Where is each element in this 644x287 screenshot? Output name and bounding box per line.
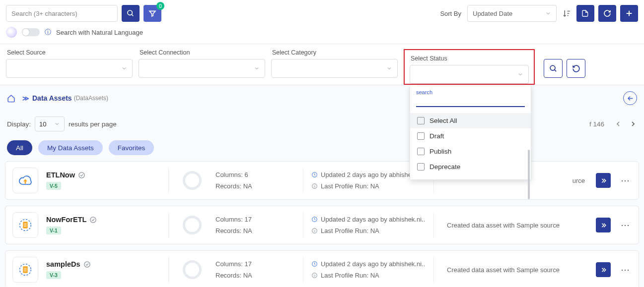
asset-card: NowForETLV-1Columns: 17Records: NAUpdate… xyxy=(5,206,639,244)
progress-ring xyxy=(183,216,202,234)
add-button[interactable] xyxy=(620,5,638,22)
status-highlight-box: Select Status search Select All Draft xyxy=(404,49,535,85)
clock-icon xyxy=(311,261,318,267)
columns-count: Columns: 6 xyxy=(215,171,295,178)
global-search-input[interactable]: Search (3+ characters) xyxy=(6,5,118,22)
breadcrumb-title[interactable]: Data Assets xyxy=(32,94,72,102)
svg-point-16 xyxy=(90,217,96,222)
select-source[interactable] xyxy=(6,59,133,78)
version-badge: V-3 xyxy=(46,271,61,279)
divider xyxy=(168,168,169,193)
sort-direction-button[interactable] xyxy=(561,7,572,19)
expand-button[interactable] xyxy=(596,262,611,277)
asset-title[interactable]: ETLNow xyxy=(46,171,75,179)
checkbox-icon xyxy=(417,117,425,124)
records-count: Records: NA xyxy=(215,182,295,190)
search-button[interactable] xyxy=(122,5,140,22)
asset-description: Created data asset with Sample source xyxy=(442,266,588,274)
svg-point-25 xyxy=(84,261,89,267)
asset-type-icon xyxy=(12,168,38,193)
clock-icon xyxy=(311,172,318,178)
svg-point-7 xyxy=(79,172,84,177)
checkbox-icon xyxy=(417,132,425,140)
rpp-label: results per page xyxy=(69,120,117,128)
checkbox-icon xyxy=(417,163,425,171)
prev-page-button[interactable] xyxy=(614,120,622,128)
asset-title[interactable]: sampleDs xyxy=(46,260,80,268)
apply-filters-button[interactable] xyxy=(544,59,563,78)
columns-count: Columns: 17 xyxy=(215,260,295,268)
verified-icon xyxy=(78,172,85,179)
more-menu-button[interactable]: ⋯ xyxy=(619,264,632,275)
tab-favorites[interactable]: Favorites xyxy=(109,140,154,155)
select-status[interactable] xyxy=(410,65,529,84)
tab-my-data-assets[interactable]: My Data Assets xyxy=(38,140,103,155)
status-option-select-all[interactable]: Select All xyxy=(410,113,531,128)
more-menu-button[interactable]: ⋯ xyxy=(619,175,632,186)
records-count: Records: NA xyxy=(215,272,295,279)
pagination-info: f 146 xyxy=(589,120,604,128)
asset-card: sampleDsV-3Columns: 17Records: NAUpdated… xyxy=(5,250,639,287)
profile-run-text: Last Profile Run: NA xyxy=(321,227,379,234)
export-button[interactable] xyxy=(576,5,594,22)
divider xyxy=(303,212,303,238)
dropdown-scrollbar[interactable] xyxy=(528,150,530,199)
profile-run-text: Last Profile Run: NA xyxy=(321,272,379,279)
status-search-input[interactable] xyxy=(416,95,525,107)
checkbox-icon xyxy=(417,148,425,155)
profile-run-icon: 9 xyxy=(311,228,318,234)
svg-point-0 xyxy=(128,10,132,15)
status-option-publish[interactable]: Publish xyxy=(410,144,531,159)
divider xyxy=(168,257,169,283)
progress-ring xyxy=(183,260,202,279)
select-category-label: Select Category xyxy=(271,49,398,56)
expand-button[interactable] xyxy=(596,173,611,188)
sort-by-label: Sort By xyxy=(440,10,461,17)
divider xyxy=(433,257,434,283)
svg-text:9: 9 xyxy=(314,185,316,188)
version-badge: V-1 xyxy=(46,227,61,234)
asset-description: Created data asset with Sample source xyxy=(442,222,588,229)
svg-line-5 xyxy=(554,69,556,71)
divider xyxy=(303,257,303,283)
updated-text: Updated 2 days ago by abhishek.ni... xyxy=(321,216,426,223)
more-menu-button[interactable]: ⋯ xyxy=(619,220,632,230)
filter-count-badge: 0 xyxy=(156,2,164,10)
select-connection[interactable] xyxy=(139,59,265,78)
back-button[interactable] xyxy=(623,91,637,105)
svg-text:9: 9 xyxy=(314,274,316,277)
nl-toggle[interactable] xyxy=(22,28,40,36)
asset-type-icon xyxy=(12,257,38,283)
records-count: Records: NA xyxy=(215,227,295,234)
profile-run-text: Last Profile Run: NA xyxy=(321,182,379,190)
reset-filters-button[interactable] xyxy=(567,59,585,78)
tab-all[interactable]: All xyxy=(7,140,32,155)
sort-by-select[interactable]: Updated Date xyxy=(467,5,557,22)
verified-icon xyxy=(89,216,97,224)
select-status-label: Select Status xyxy=(410,55,529,62)
breadcrumb-sub: (DataAssets) xyxy=(74,95,108,102)
expand-button[interactable] xyxy=(596,218,611,232)
asset-title[interactable]: NowForETL xyxy=(46,216,86,224)
status-option-draft[interactable]: Draft xyxy=(410,128,531,144)
divider xyxy=(303,168,303,193)
nl-label: Search with Natural Language xyxy=(56,29,143,36)
status-option-deprecate[interactable]: Deprecate xyxy=(410,159,531,174)
select-category[interactable] xyxy=(271,59,398,78)
home-icon[interactable] xyxy=(7,94,15,103)
filter-button[interactable]: 0 xyxy=(143,5,161,22)
divider xyxy=(168,212,169,238)
select-connection-label: Select Connection xyxy=(139,49,265,56)
columns-count: Columns: 17 xyxy=(215,216,295,223)
progress-ring xyxy=(183,171,202,190)
updated-text: Updated 2 days ago by abhishek.ni... xyxy=(321,260,426,268)
asset-type-icon xyxy=(12,212,38,238)
chevron-right-icon: ≫ xyxy=(22,95,29,102)
next-page-button[interactable] xyxy=(629,120,637,128)
refresh-button[interactable] xyxy=(598,5,616,22)
status-dropdown: search Select All Draft Publish xyxy=(410,85,531,180)
svg-text:9: 9 xyxy=(314,230,316,232)
select-source-label: Select Source xyxy=(6,49,133,56)
page-size-select[interactable]: 10 xyxy=(35,116,65,131)
svg-point-4 xyxy=(550,65,555,70)
